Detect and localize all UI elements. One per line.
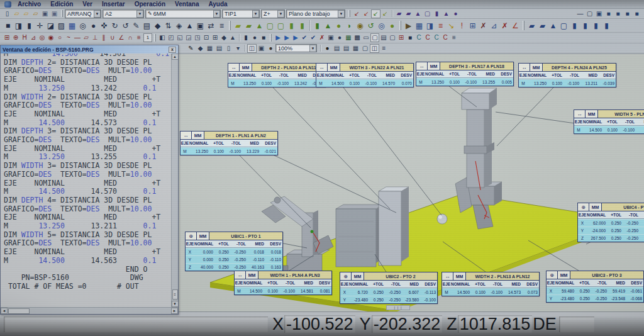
wireframe-icon[interactable]: ▦: [67, 20, 77, 31]
chevron-down-icon[interactable]: ▼: [309, 45, 316, 52]
window-1-icon[interactable]: ■: [604, 9, 613, 18]
probe-disable-icon[interactable]: ↙: [380, 9, 390, 18]
chevron-down-icon[interactable]: ▼: [252, 10, 259, 18]
graphic-report-icon[interactable]: ▦: [344, 33, 353, 42]
cylindricity-icon[interactable]: ∪: [108, 33, 117, 42]
construct-slab-icon[interactable]: ▰: [537, 20, 548, 31]
sphere-view-icon[interactable]: ●: [88, 20, 99, 31]
grid-tol-icon[interactable]: ⊞: [3, 33, 11, 42]
straightness-icon[interactable]: —: [73, 33, 82, 42]
chevron-down-icon[interactable]: ▼: [136, 10, 143, 18]
restore-icon[interactable]: ▢: [585, 9, 594, 18]
comment-4-icon[interactable]: C: [441, 33, 450, 42]
save-as-icon[interactable]: ▣: [50, 9, 59, 18]
keyboard-icon[interactable]: ▤: [142, 20, 152, 31]
measurement-callout-depth1[interactable]: ↔MMDEPTH 1 - PLN1 A PLN2EJENOMINAL+TOL-T…: [180, 131, 278, 155]
new-file-icon[interactable]: ▯: [3, 9, 12, 18]
curve-icon[interactable]: ↺: [365, 20, 376, 31]
camera-icon[interactable]: ●: [266, 44, 275, 53]
symmetry-icon[interactable]: ≡: [135, 33, 143, 42]
delete-icon[interactable]: ✗: [499, 20, 510, 31]
construct-cone-icon[interactable]: ▲: [548, 20, 558, 31]
layout-3-icon[interactable]: ▦: [351, 44, 360, 53]
open-file-icon[interactable]: ▱: [12, 9, 21, 18]
cone-icon[interactable]: ▲: [323, 20, 333, 31]
options-icon[interactable]: ≡: [216, 20, 227, 31]
layout-1-icon[interactable]: ▤: [332, 44, 341, 53]
edit-pen-icon[interactable]: ✎: [131, 20, 142, 31]
grid-red-icon[interactable]: ⊞: [397, 33, 406, 42]
measurement-callout-width5[interactable]: ↔MMWIDTH 5 - PLN30 AEJENOMINAL+TOL-TOLME…: [574, 109, 644, 134]
measurement-callout-depth4[interactable]: ↔MMDEPTH 4 - PLN24 A PLN25EJENOMINAL+TOL…: [518, 63, 616, 87]
menu-item-4[interactable]: Insertar: [102, 1, 125, 8]
layout-2-icon[interactable]: ▤: [341, 44, 351, 53]
move-icon[interactable]: ✛: [35, 20, 45, 31]
polygon-icon[interactable]: ◆: [152, 20, 163, 31]
sphere-icon[interactable]: ●: [333, 20, 344, 31]
gauge-icon[interactable]: ◎: [376, 20, 387, 31]
target-icon[interactable]: ◎: [77, 20, 88, 31]
toolbar-grip[interactable]: [348, 10, 350, 17]
chevron-down-icon[interactable]: ▼: [277, 10, 284, 18]
marker-icon[interactable]: ▲: [184, 20, 195, 31]
view-gem-icon[interactable]: ◆: [219, 33, 228, 42]
window-3-icon[interactable]: ■: [623, 9, 632, 18]
perpendicularity-icon[interactable]: ⊥: [91, 33, 99, 42]
calc-icon[interactable]: ▣: [195, 20, 206, 31]
construct-cyl2-icon[interactable]: ▮: [580, 20, 591, 31]
view-grid-icon[interactable]: ⊞: [211, 33, 219, 42]
toolbar-grip[interactable]: [229, 21, 231, 30]
measurement-callout-ubic4[interactable]: ⊕MMUBIC4 - PTO 4EJENOMINAL+TOL-TOLMEDDES…: [577, 203, 644, 242]
one-axis-button[interactable]: 1: [143, 33, 152, 42]
angle-tol-icon[interactable]: ⊿: [29, 33, 38, 42]
scroll-left-icon[interactable]: ◄: [1, 308, 8, 314]
rotate-ccw-icon[interactable]: ↺: [120, 20, 131, 31]
tip-dropdown[interactable]: TIP1▼: [222, 9, 260, 18]
view-front-icon[interactable]: ◱: [175, 33, 184, 42]
measured-plane-icon[interactable]: ▰: [233, 20, 243, 31]
toolbar-grip[interactable]: [154, 34, 156, 42]
parallelism-icon[interactable]: ∥: [99, 33, 108, 42]
probe-icon[interactable]: ◆: [196, 44, 205, 53]
window-a-icon[interactable]: ▢: [370, 33, 379, 42]
measurement-callout-width2[interactable]: ↔MMWIDTH 2 - PLN13 A PLN12EJENOMINAL+TOL…: [441, 272, 540, 296]
measurement-callout-width1[interactable]: ↔MMWIDTH 1 - PLN4 A PLN3EJENOMINAL+TOL-T…: [234, 271, 332, 295]
cone-feature-icon[interactable]: ▲: [413, 9, 423, 18]
edit-window-titlebar[interactable]: Ventana de edición - BSP-5160.PRG x: [1, 45, 178, 53]
select-icon[interactable]: ■: [3, 20, 13, 31]
measured-cyl-icon[interactable]: ▮: [286, 20, 297, 31]
shade-icon[interactable]: ▨: [56, 20, 67, 31]
graphics-view[interactable]: ↔MMDEPTH 2 - PLN10 A PLN11EJENOMINAL+TOL…: [179, 53, 644, 311]
measurement-callout-ubic3[interactable]: ⊕MMUBIC3 - PTO 3EJENOMINAL+TOL-TOLMEDDES…: [546, 271, 644, 303]
position-tol-icon[interactable]: ⊕: [11, 33, 20, 42]
scroll-up-icon[interactable]: ▲: [172, 53, 179, 60]
cylinder-icon[interactable]: ▮: [312, 20, 323, 31]
report-icon[interactable]: ▦: [205, 44, 214, 53]
print-icon[interactable]: ▤: [214, 44, 224, 53]
distance-tol-icon[interactable]: H: [20, 33, 29, 42]
window-c-icon[interactable]: ▢: [388, 33, 397, 42]
sphere-feature-icon[interactable]: ●: [451, 9, 460, 18]
program-text[interactable]: M 14.500 14.501 0.1DIM DEPTH 2= DISTANCI…: [1, 53, 171, 307]
chevron-down-icon[interactable]: ▼: [94, 10, 101, 18]
comment-1-icon[interactable]: C: [414, 33, 423, 42]
window-2-icon[interactable]: ■: [613, 9, 623, 18]
table-icon[interactable]: ⊞: [467, 20, 478, 31]
layout-5-icon[interactable]: ◫: [370, 44, 379, 53]
construct-plane-icon[interactable]: ▰: [526, 20, 537, 31]
lock-icon[interactable]: ●: [323, 44, 332, 53]
vertical-scrollbar[interactable]: ▲ ≡ ▼: [171, 53, 178, 307]
menu-item-3[interactable]: Ver: [82, 1, 92, 8]
toolbar-grip[interactable]: [399, 21, 401, 30]
zoom-level-dropdown[interactable]: 100% ▼: [275, 44, 317, 52]
window-b-icon[interactable]: ▤: [379, 33, 388, 42]
pane-splitter-handle[interactable]: | | |: [386, 305, 410, 310]
scrollbar-thumb[interactable]: [8, 308, 30, 314]
pan-view-icon[interactable]: ◨: [13, 20, 24, 31]
run-from-icon[interactable]: ▶: [282, 33, 291, 42]
construct-cyl4-icon[interactable]: ▮: [601, 20, 612, 31]
toolbar-grip[interactable]: [523, 21, 525, 30]
window-4-icon[interactable]: ■: [632, 9, 641, 18]
concentricity-icon[interactable]: ◎: [38, 33, 47, 42]
circle-feature-icon[interactable]: ▢: [423, 9, 432, 18]
